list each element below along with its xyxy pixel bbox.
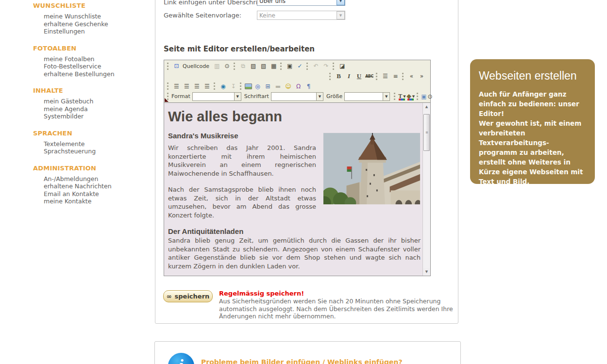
indent-icon[interactable]: » xyxy=(417,72,426,81)
sidebar-item-foto-bestellservice[interactable]: Foto-Bestellservice xyxy=(33,63,152,70)
page-template-label: Gewählte Seitenvorlage: xyxy=(164,12,241,19)
toolbar-grip xyxy=(329,73,331,80)
toolbar-grip xyxy=(167,63,169,70)
scroll-down-icon[interactable]: ▼ xyxy=(423,268,430,276)
help-link[interactable]: Probleme beim Bilder einfügen / Weblinks… xyxy=(201,358,403,364)
chevron-down-icon[interactable]: ▼ xyxy=(383,93,389,100)
source-icon[interactable]: ⊡ xyxy=(172,62,181,70)
sidebar-item-einstellungen[interactable]: Einstellungen xyxy=(33,28,152,35)
chevron-down-icon[interactable]: ▼ xyxy=(412,95,415,99)
sidebar-item-erhaltene-geschenke[interactable]: erhaltene Geschenke xyxy=(33,20,152,28)
text-color-icon[interactable]: T xyxy=(398,92,402,100)
format-combo[interactable]: Format ▼ xyxy=(171,92,241,101)
toolbar-row-2: B I U ABC ☰ ≡ « » xyxy=(166,71,428,82)
source-label[interactable]: Quellcode xyxy=(183,63,209,69)
sidebar-section-wunschliste: WUNSCHLISTE meine Wunschliste erhaltene … xyxy=(33,2,152,35)
toolbar-grip xyxy=(417,93,418,100)
sidebar-title-inhalte: INHALTE xyxy=(33,87,152,94)
align-center-icon[interactable]: ☰ xyxy=(182,82,191,90)
underline-icon[interactable]: U xyxy=(354,72,364,81)
insert-image-icon[interactable] xyxy=(245,83,252,89)
scrollbar-thumb[interactable]: ≡ xyxy=(423,114,430,151)
editor-scrollbar[interactable]: ▲ ≡ ▼ xyxy=(422,103,430,276)
sidebar-item-mein-gaestebuch[interactable]: mein Gästebuch xyxy=(33,98,152,105)
paste-word-icon[interactable]: ▦ xyxy=(269,62,278,70)
chevron-down-icon[interactable]: ▼ xyxy=(337,0,345,5)
page-break-icon[interactable]: ¶ xyxy=(304,82,313,90)
save-icon[interactable]: ▥ xyxy=(212,62,221,70)
save-button[interactable]: ∞ speichern xyxy=(163,290,213,302)
sidebar-item-sprachsteuerung[interactable]: Sprachsteuerung xyxy=(33,148,152,155)
editor-document: Wie alles begann xyxy=(164,103,422,276)
align-left-icon[interactable]: ☰ xyxy=(172,82,181,90)
bold-icon[interactable]: B xyxy=(334,72,343,81)
background-color-icon[interactable]: ◆ xyxy=(407,92,411,100)
scroll-up-icon[interactable]: ▲ xyxy=(423,103,430,111)
editor-canvas[interactable]: Wie alles begann xyxy=(164,102,430,276)
sidebar-item-erhaltene-nachrichten[interactable]: erhaltene Nachrichten xyxy=(33,182,152,190)
sidebar-item-meine-agenda[interactable]: meine Agenda xyxy=(33,105,152,113)
spellcheck-icon[interactable]: ✓ xyxy=(295,62,304,70)
print-icon[interactable]: ▣ xyxy=(285,62,294,70)
toolbar-collapse-icon[interactable] xyxy=(165,98,169,102)
size-combo[interactable]: Größe ▼ xyxy=(326,92,390,101)
sidebar-title-wunschliste: WUNSCHLISTE xyxy=(33,2,152,9)
format-combo-value xyxy=(193,93,234,100)
sidebar-item-meine-wunschliste[interactable]: meine Wunschliste xyxy=(33,13,152,20)
page-template-value: Keine xyxy=(257,12,337,19)
undo-icon[interactable]: ↶ xyxy=(311,62,320,70)
copy-icon[interactable]: ⧉ xyxy=(238,62,248,70)
sidebar-item-meine-kontakte[interactable]: meine Kontakte xyxy=(33,198,152,205)
align-right-icon[interactable]: ☰ xyxy=(192,82,202,90)
font-combo-label: Schriftart xyxy=(244,93,269,99)
link-under-heading-value: Über uns xyxy=(257,0,337,4)
munot-tower-photo xyxy=(323,132,421,205)
promo-text-1: Auch für Anfänger ganz einfach zu bedien… xyxy=(479,89,585,118)
sidebar-title-administration: ADMINISTRATION xyxy=(33,165,152,172)
editor-panel: Link einfügen unter Überschrift: Über un… xyxy=(155,0,458,324)
remove-format-icon[interactable]: ◪ xyxy=(337,62,347,70)
link-under-heading-select[interactable]: Über uns ▼ xyxy=(257,0,345,6)
show-blocks-icon[interactable]: ▣ xyxy=(421,92,426,100)
redo-icon[interactable]: ↷ xyxy=(321,62,331,70)
paste-text-icon[interactable]: ▧ xyxy=(259,62,268,70)
insert-flash-icon[interactable]: ◎ xyxy=(253,82,262,90)
sidebar-item-meine-fotoalben[interactable]: meine Fotoalben xyxy=(33,55,152,63)
sidebar-item-textelemente[interactable]: Textelemente xyxy=(33,140,152,148)
font-combo[interactable]: Schriftart ▼ xyxy=(244,92,323,101)
toolbar-grip xyxy=(234,63,236,70)
munot-tower-illustration xyxy=(323,133,420,204)
paste-icon[interactable]: ▨ xyxy=(249,62,258,70)
outdent-icon[interactable]: « xyxy=(407,72,416,81)
align-justify-icon[interactable]: ☰ xyxy=(202,82,212,90)
italic-icon[interactable]: I xyxy=(344,72,354,81)
numbered-list-icon[interactable]: ☰ xyxy=(381,72,390,81)
section-heading: Seite mit Editor erstellen/bearbeiten xyxy=(164,45,315,53)
chevron-down-icon[interactable]: ▼ xyxy=(316,93,323,100)
sidebar-item-systembilder[interactable]: Systembilder xyxy=(33,113,152,120)
sidebar-section-sprachen: SPRACHEN Textelemente Sprachsteuerung xyxy=(33,130,152,155)
chevron-down-icon[interactable]: ▼ xyxy=(234,93,241,100)
sidebar-title-sprachen: SPRACHEN xyxy=(33,130,152,137)
special-char-icon[interactable]: Ω xyxy=(294,82,303,90)
chevron-down-icon: ▼ xyxy=(337,11,345,19)
bullet-list-icon[interactable]: ≡ xyxy=(391,72,400,81)
zoom-preview-icon[interactable]: ⊙ xyxy=(428,92,433,100)
sidebar-item-an-abmeldungen[interactable]: An-/Abmeldungen xyxy=(33,175,152,183)
page: WUNSCHLISTE meine Wunschliste erhaltene … xyxy=(0,0,607,364)
insert-link-icon[interactable]: ◉ xyxy=(219,82,228,90)
anchor-icon[interactable]: ↧ xyxy=(229,82,238,90)
sidebar-item-email-an-kontakte[interactable]: Email an Kontakte xyxy=(33,190,152,198)
strikethrough-icon[interactable]: ABC xyxy=(365,72,374,81)
sidebar-title-fotoalben: FOTOALBEN xyxy=(33,45,152,52)
document-subheading-laden: Der Antiquitätenladen xyxy=(168,227,421,235)
horizontal-rule-icon[interactable]: ▬ xyxy=(273,82,283,90)
help-panel: i Probleme beim Bilder einfügen / Weblin… xyxy=(154,341,461,364)
sidebar-item-erhaltene-bestellungen[interactable]: erhaltene Bestellungen xyxy=(33,70,152,78)
insert-table-icon[interactable]: ⊞ xyxy=(263,82,272,90)
promo-box: Webseiten erstellen Auch für Anfänger ga… xyxy=(470,59,595,184)
smiley-icon[interactable]: ☺ xyxy=(284,82,293,90)
promo-text-2: Wer gewohnt ist, mit einem verbreiteten … xyxy=(479,118,585,186)
chevron-down-icon[interactable]: ▼ xyxy=(403,95,405,99)
preview-icon[interactable]: ⊙ xyxy=(222,62,232,70)
